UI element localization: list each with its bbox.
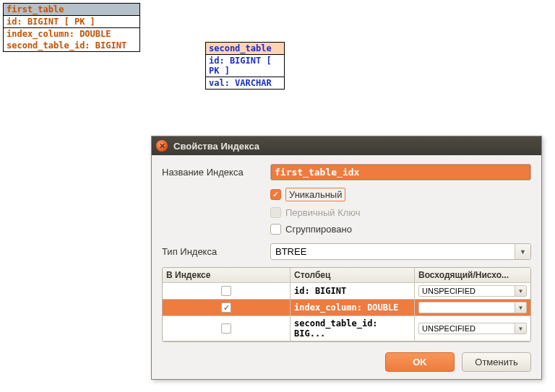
primary-key-checkbox [270,207,281,218]
table-row[interactable]: second_table_id: BIG...UNSPECIFIED▼ [163,316,530,341]
column-name-cell: index_column: DOUBLE [291,300,415,316]
order-value: UNSPECIFIED [419,286,515,296]
cancel-button[interactable]: Отменить [462,352,531,372]
unique-label: Уникальный [285,188,345,201]
in-index-cell[interactable] [163,316,291,341]
in-index-checkbox[interactable] [221,286,231,296]
table-row[interactable]: id: BIGINTUNSPECIFIED▼ [163,283,530,300]
primary-key-label: Первичный Ключ [285,207,361,218]
clustered-label: Сгруппировано [285,224,352,235]
er-col-row: second_table_id: BIGINT [4,40,139,51]
column-name-cell: second_table_id: BIG... [291,316,415,341]
in-index-checkbox[interactable] [221,323,231,334]
column-name-cell: id: BIGINT [291,283,415,300]
er-table-first[interactable]: first_table id: BIGINT [ PK ] index_colu… [3,3,140,52]
col-header-in-index[interactable]: В Индексе [163,268,291,283]
in-index-checkbox[interactable]: ✓ [221,302,231,313]
dialog-title: Свойства Индекса [173,141,259,152]
er-table-header: second_table [206,43,284,55]
order-cell[interactable]: UNSPECIFIED▼ [415,283,530,300]
order-select[interactable]: UNSPECIFIED▼ [418,285,527,297]
order-cell[interactable]: UNSPECIFIED▼ [415,300,530,316]
order-value: UNSPECIFIED [419,323,515,334]
chevron-down-icon: ▼ [515,323,526,334]
index-name-input[interactable] [270,164,531,180]
chevron-down-icon: ▼ [515,286,526,296]
col-header-order[interactable]: Восходящий/Нисхо... [415,268,530,283]
chevron-down-icon: ▼ [515,244,530,259]
table-row[interactable]: ✓index_column: DOUBLEUNSPECIFIED▼ [163,300,530,316]
er-table-second[interactable]: second_table id: BIGINT [ PK ] val: VARC… [205,42,285,90]
chevron-down-icon: ▼ [515,302,526,313]
er-col-row: index_column: DOUBLE [4,28,139,40]
index-type-select[interactable]: BTREE ▼ [270,243,531,260]
er-col-row: val: VARCHAR [206,77,284,89]
order-select[interactable]: UNSPECIFIED▼ [418,323,527,334]
ok-button[interactable]: OK [385,352,455,372]
er-pk-row: id: BIGINT [ PK ] [4,16,139,27]
label-index-name: Название Индекса [162,167,270,178]
er-table-header: first_table [4,4,139,16]
in-index-cell[interactable] [163,283,291,300]
in-index-cell[interactable]: ✓ [163,300,291,316]
unique-checkbox[interactable]: ✓ [270,189,281,200]
index-properties-dialog: ✕ Свойства Индекса Название Индекса ✓ Ун… [151,136,542,380]
close-icon[interactable]: ✕ [156,140,168,152]
titlebar[interactable]: ✕ Свойства Индекса [152,136,541,155]
order-value: UNSPECIFIED [419,302,515,313]
clustered-checkbox[interactable] [270,224,281,235]
col-header-column[interactable]: Столбец [291,268,415,283]
er-pk-row: id: BIGINT [ PK ] [206,55,284,77]
index-type-value: BTREE [271,244,515,259]
order-select[interactable]: UNSPECIFIED▼ [418,302,527,313]
label-index-type: Тип Индекса [162,246,270,257]
columns-table: В Индексе Столбец Восходящий/Нисхо... id… [162,267,531,342]
order-cell[interactable]: UNSPECIFIED▼ [415,316,530,341]
